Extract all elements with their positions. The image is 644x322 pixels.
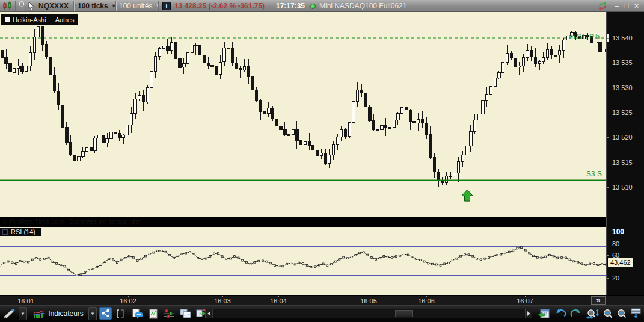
connection-status	[310, 0, 316, 12]
compress-rows-button[interactable]	[630, 307, 643, 320]
chart-annotation: mSt Ph	[569, 33, 601, 41]
separator	[73, 1, 74, 11]
price-tick-label: 13 510	[612, 184, 633, 191]
price-tick-label: 13 515	[612, 159, 633, 166]
draw-tool-dropdown[interactable]: ▾	[19, 307, 27, 320]
comments-button[interactable]	[131, 307, 144, 320]
maximize-button[interactable]: □	[622, 0, 631, 12]
instrument-name: Mini NASDAQ100 Full0621	[319, 0, 406, 12]
info-icon: i	[162, 2, 171, 10]
zoom-in-icon	[616, 309, 627, 319]
link-windows-button[interactable]	[17, 0, 26, 12]
indicators-icon	[33, 309, 45, 318]
chevron-down-icon: ▾	[22, 311, 25, 317]
tab-label: Autres	[55, 16, 75, 23]
share-icon	[101, 309, 110, 318]
axis-tick	[607, 163, 609, 163]
symbol-label: NQXXXX	[38, 2, 69, 10]
undo-arrow-icon	[554, 309, 566, 318]
units-dropdown[interactable]: 100 unités ▼	[119, 0, 161, 12]
rsi-tick-label: 100	[612, 228, 624, 236]
duplicate-window-button[interactable]	[178, 307, 192, 320]
minimize-button[interactable]: –	[612, 0, 621, 12]
status-dot-icon	[310, 4, 316, 9]
maximize-icon: □	[622, 1, 631, 11]
price-change-value: 13 428.25 (-2.62 % -361.75)	[174, 2, 265, 10]
objects-list-button[interactable]	[114, 307, 126, 320]
price-chart[interactable]: S3 SmSt Ph	[0, 12, 606, 217]
price-tick-label: 13 535	[612, 59, 633, 66]
candlestick-icon	[2, 1, 14, 11]
triangle-left-icon	[207, 311, 210, 316]
time-tick-label: 16:05	[360, 297, 377, 305]
rsi-tick-label: 80	[612, 240, 619, 247]
link-icon	[17, 1, 26, 11]
draw-tool-button[interactable]	[1, 307, 18, 320]
zoom-custom-button[interactable]	[585, 307, 600, 320]
rsi-chart[interactable]	[0, 236, 606, 295]
price-axis[interactable]: 13 540 13 535 13 530 13 525 13 520 13 51…	[606, 12, 644, 295]
tab-label: Heikin-Ashi	[13, 16, 46, 23]
rsi-label: RSI (14)	[11, 228, 35, 235]
interval-dropdown[interactable]: 100 ticks ▼	[78, 0, 117, 12]
price-tick-label: 13 530	[612, 84, 633, 91]
symbol-dropdown[interactable]: NQXXXX ▼	[38, 0, 77, 12]
clock-value: 17:17:35	[276, 2, 305, 10]
axis-tick	[607, 232, 609, 232]
indicators-dropdown[interactable]: ▾	[88, 307, 97, 320]
copyright-note: © ProRealTime.com Données en temps réel	[2, 218, 141, 225]
indicator-settings-button[interactable]	[162, 307, 176, 320]
scroll-right-button[interactable]	[525, 309, 532, 318]
pointer-tool-button[interactable]	[27, 0, 35, 12]
axis-tick	[607, 244, 609, 244]
axis-tick	[607, 255, 609, 256]
zoom-out-button[interactable]	[602, 307, 614, 320]
undo-button[interactable]	[554, 307, 567, 320]
price-tick-label: 13 525	[612, 109, 633, 116]
indicators-button[interactable]: Indicateurs	[29, 307, 87, 320]
redo-button[interactable]	[569, 307, 583, 320]
axis-tick	[607, 38, 609, 39]
chart-scrollbar[interactable]	[212, 309, 524, 318]
collapse-toolbar-button[interactable]: «	[196, 307, 204, 320]
compress-icon	[630, 308, 642, 319]
realtime-text: Données en temps réel	[69, 218, 141, 225]
refresh-button[interactable]	[596, 0, 609, 12]
share-button[interactable]	[99, 307, 112, 320]
chart-type-candlestick-icon[interactable]	[2, 0, 14, 12]
brackets-icon	[115, 309, 125, 318]
scroll-left-button[interactable]	[205, 309, 212, 318]
copyright-text: © ProRealTime.com	[2, 218, 64, 225]
expand-axis-button[interactable]: »	[591, 296, 606, 305]
tab-heikin-ashi[interactable]: Heikin-Ashi	[1, 14, 51, 25]
pencil-icon	[3, 309, 16, 319]
time-tick-label: 16:01	[17, 297, 34, 305]
indicator-swatch-icon	[2, 229, 8, 235]
chevron-down-icon: ▼	[72, 3, 77, 9]
price-tick-label: 13 520	[612, 134, 633, 141]
info-button[interactable]: i	[162, 0, 171, 12]
go-to-date-button[interactable]	[537, 307, 551, 320]
axis-tick	[607, 187, 609, 188]
windows-icon	[180, 309, 191, 318]
tab-rsi-indicator[interactable]: RSI (14)	[0, 228, 41, 236]
cursor-icon	[27, 1, 35, 11]
time-axis[interactable]: 16:01 16:02 16:03 16:04 16:05 16:06 16:0…	[0, 295, 644, 305]
s3-support-label: S3 S	[586, 170, 602, 178]
scrollbar-thumb[interactable]	[395, 310, 413, 317]
units-label: 100 unités	[119, 2, 152, 10]
chevron-down-icon: ▾	[91, 311, 94, 317]
prorealtime-chart-window: { "toolbar_top": { "symbol": "NQXXXX", "…	[0, 0, 644, 322]
redo-arrow-icon	[570, 309, 582, 318]
rsi-last-value-badge: 43,462	[607, 258, 634, 267]
zoom-in-button[interactable]	[616, 307, 628, 320]
indicators-label: Indicateurs	[48, 309, 84, 318]
separator	[15, 1, 16, 11]
tab-autres[interactable]: Autres	[51, 14, 79, 25]
collapse-chevrons-icon: «	[198, 309, 203, 318]
buy-signal-arrow-icon	[462, 190, 473, 201]
price-tick-label: 13 540	[612, 34, 633, 42]
close-button[interactable]: ×	[632, 0, 641, 12]
chart-style-tabs: Heikin-Ashi Autres	[1, 14, 78, 25]
news-button[interactable]	[148, 307, 159, 320]
